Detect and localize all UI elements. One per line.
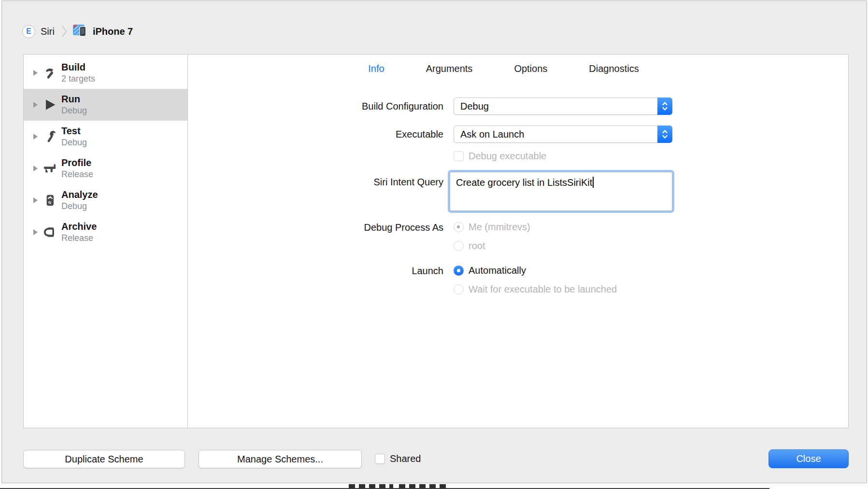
radio-icon[interactable] [454,222,464,232]
radio-icon[interactable] [454,284,464,294]
debug-executable-row: Debug executable [188,150,839,163]
caliper-icon [42,161,57,176]
manage-schemes-button-label: Manage Schemes... [237,454,323,465]
siri-intent-query-label: Siri Intent Query [188,172,454,188]
debug-process-as-options: Me (mmitrevs) root [454,221,530,252]
scheme-badge[interactable]: E [22,25,35,38]
destination-name[interactable]: iPhone 7 [93,26,133,37]
launch-label: Launch [188,264,454,277]
radio-icon[interactable] [454,241,464,251]
executable-row: Executable Ask on Launch [188,126,839,143]
build-configuration-row: Build Configuration Debug [188,98,839,115]
disclosure-triangle-icon[interactable] [33,229,38,235]
disclosure-triangle-icon[interactable] [33,70,38,76]
sidebar-item-title: Archive [61,221,97,232]
siri-intent-query-text: Create grocery list in ListsSiriKit [456,177,592,188]
wrench-icon [42,129,57,144]
radio-option-root[interactable]: root [454,239,530,252]
launch-row: Launch Automatically Wait for executable… [188,264,839,296]
duplicate-scheme-button[interactable]: Duplicate Scheme [23,450,185,468]
sidebar-item-subtitle: Debug [61,201,98,211]
build-configuration-label: Build Configuration [188,101,454,112]
tab-bar: Info Arguments Options Diagnostics [188,63,819,74]
scheme-editor-screen: E Siri iPhone 7 [0,0,868,489]
scheme-badge-letter: E [26,27,31,36]
clamp-icon [42,224,57,240]
sidebar-item-title: Test [61,126,87,137]
sidebar-item-subtitle: Release [61,169,93,180]
debug-executable-label: Debug executable [469,151,546,162]
manage-schemes-button[interactable]: Manage Schemes... [199,450,362,468]
text-caret [593,177,594,188]
duplicate-scheme-button-label: Duplicate Scheme [65,454,143,465]
radio-label-me: Me (mmitrevs) [469,222,530,233]
run-play-icon [42,97,57,112]
radio-label-wait: Wait for executable to be launched [469,284,617,295]
close-button[interactable]: Close [768,449,849,468]
sidebar-item-analyze[interactable]: Analyze Debug [24,184,187,216]
radio-label-root: root [469,240,485,251]
scheme-editor-sheet: E Siri iPhone 7 [1,0,867,483]
disclosure-triangle-icon[interactable] [33,134,38,140]
shared-checkbox[interactable] [375,454,385,464]
disclosure-triangle-icon[interactable] [33,102,38,108]
debug-process-as-row: Debug Process As Me (mmitrevs) root [188,221,839,252]
radio-option-wait[interactable]: Wait for executable to be launched [454,283,617,296]
sidebar-item-run[interactable]: Run Debug [24,89,187,121]
tab-diagnostics[interactable]: Diagnostics [589,63,639,74]
shared-label: Shared [390,453,421,464]
sidebar-item-subtitle: Release [61,233,97,243]
close-button-label: Close [796,453,821,464]
debug-executable-checkbox[interactable] [454,151,464,161]
scheme-actions-sidebar: Build 2 targets Run Debug [24,55,188,428]
build-configuration-value: Debug [454,101,489,112]
tab-arguments[interactable]: Arguments [426,63,473,74]
executable-label: Executable [188,129,454,140]
disclosure-triangle-icon[interactable] [33,197,38,203]
radio-option-me[interactable]: Me (mmitrevs) [454,221,530,234]
sidebar-item-title: Build [61,62,95,73]
sidebar-item-subtitle: Debug [61,138,87,148]
breadcrumb: E Siri iPhone 7 [22,20,133,42]
scheme-editor-content: Info Arguments Options Diagnostics Build… [188,55,848,428]
destination-app-icon [72,24,88,39]
analyze-meter-icon [42,193,57,208]
sidebar-item-archive[interactable]: Archive Release [24,216,187,248]
sidebar-item-subtitle: 2 targets [61,74,95,84]
sidebar-item-title: Analyze [61,189,98,200]
sidebar-item-subtitle: Debug [61,106,87,116]
build-configuration-dropdown[interactable]: Debug [454,98,672,115]
executable-dropdown[interactable]: Ask on Launch [454,126,672,143]
stepper-chevrons-icon [657,126,672,143]
sidebar-item-title: Profile [61,157,93,168]
hammer-icon [42,65,57,81]
radio-icon[interactable] [454,265,464,276]
debug-process-as-label: Debug Process As [188,221,454,233]
siri-intent-query-row: Siri Intent Query Create grocery list in… [188,172,839,211]
tab-options[interactable]: Options [514,63,547,74]
scheme-name[interactable]: Siri [41,26,55,37]
siri-intent-query-input[interactable]: Create grocery list in ListsSiriKit [450,172,672,211]
disclosure-triangle-icon[interactable] [33,166,38,171]
sidebar-item-build[interactable]: Build 2 targets [24,57,187,89]
background-window-strip [0,483,868,489]
sidebar-item-profile[interactable]: Profile Release [24,153,187,184]
chevron-right-icon [61,25,68,38]
shared-checkbox-row: Shared [375,453,421,464]
stepper-chevrons-icon [657,98,672,115]
tab-info[interactable]: Info [368,63,384,74]
radio-label-automatically: Automatically [469,265,526,276]
launch-options: Automatically Wait for executable to be … [454,264,617,296]
radio-option-automatically[interactable]: Automatically [454,264,617,277]
sidebar-item-title: Run [61,94,87,105]
executable-value: Ask on Launch [454,129,524,140]
sidebar-item-test[interactable]: Test Debug [24,121,187,153]
scheme-editor-panel: Build 2 targets Run Debug [23,54,849,428]
